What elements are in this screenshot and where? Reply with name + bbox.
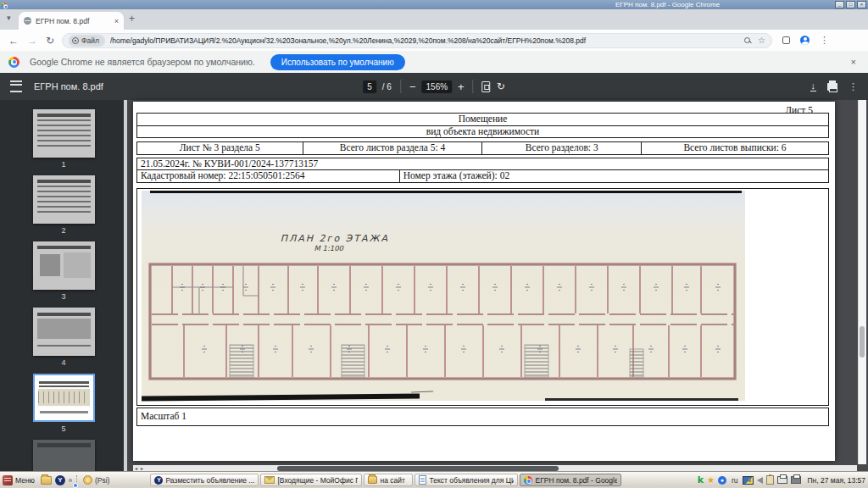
window-titlebar[interactable]: ЕГРН пом. 8.pdf - Google Chrome _ □ × — [0, 0, 868, 9]
psi-applet[interactable]: (Psi) — [83, 475, 109, 485]
fit-page-icon[interactable] — [482, 81, 491, 92]
object-type-value: Помещение — [137, 114, 828, 126]
pdf-menu-icon[interactable] — [10, 80, 22, 92]
browser-menu-icon[interactable]: ⋮ — [820, 35, 829, 46]
volume-tray-icon[interactable] — [757, 477, 763, 484]
thumbnail-page-4[interactable]: 4 — [33, 308, 95, 367]
page-4-preview[interactable] — [33, 308, 95, 356]
file-manager-icon[interactable] — [41, 476, 52, 485]
clock[interactable]: Пн, 27 мая, 13:57 — [807, 476, 865, 485]
page-2-label: 2 — [33, 226, 95, 235]
zoom-level-input[interactable]: 156% — [422, 80, 453, 93]
blue-circle-tray-icon[interactable]: ● — [718, 476, 726, 485]
chrome-logo-icon — [2, 3, 7, 8]
chrome-launcher-active[interactable] — [69, 479, 72, 482]
page-number-input[interactable]: 5 — [363, 80, 376, 93]
floor-plan-title: ПЛАН 2го ЭТАЖА — [142, 233, 528, 244]
pdf-more-menu-icon[interactable]: ⋮ — [849, 81, 858, 92]
keyboard-layout-indicator[interactable]: ru — [732, 476, 738, 485]
omnibox[interactable]: Файл /home/gadylo/ПРИВАТИЗАЦИЯ/2.%20Аукц… — [62, 33, 772, 48]
tab-title: ЕГРН пом. 8.pdf — [36, 17, 111, 25]
photo-shadow-edge — [142, 394, 420, 402]
sheet-meta-table: Лист № 3 раздела 5 Всего листов раздела … — [136, 141, 829, 155]
thumbnail-page-1[interactable]: 1 — [33, 109, 95, 169]
floor-number: Номер этажа (этажей): 02 — [400, 170, 509, 182]
rotate-icon[interactable]: ↻ — [497, 80, 505, 92]
plan-footnote-mark — [411, 387, 433, 393]
page-3-label: 3 — [33, 292, 95, 301]
printer-tray-icon[interactable] — [777, 476, 787, 484]
extensions-icon[interactable] — [782, 36, 790, 44]
pdf-page-5: Лист 5 Помещение вид объекта недвижимост… — [133, 102, 835, 461]
system-tray: k ★ ● ru Пн, 27 мая, 13:57 — [698, 474, 868, 485]
page-5-preview[interactable] — [36, 377, 92, 419]
new-tab-button[interactable]: + — [129, 13, 135, 25]
taskbar-window-yandex-ad[interactable]: Y Разместить объявление ... — [150, 474, 259, 486]
tab-strip: ▾ ЕГРН пом. 8.pdf × + — [0, 9, 868, 30]
pdf-toolbar: ЕГРН пом. 8.pdf 5 / 6 − 156% + ↻ ↓ ⋮ — [0, 73, 868, 100]
set-default-button[interactable]: Использовать по умолчанию — [270, 54, 405, 70]
vertical-scrollbar[interactable] — [858, 100, 866, 464]
zoom-page-icon[interactable] — [744, 37, 750, 43]
zoom-in-button[interactable]: + — [458, 80, 465, 93]
tab-search-chevron-icon[interactable]: ▾ — [7, 14, 11, 22]
cadastral-row: Кадастровый номер: 22:15:050501:2564 Ном… — [136, 169, 829, 183]
taskbar-window-mail[interactable]: [Входящие - МойОфис По... — [260, 474, 362, 486]
minimize-button[interactable]: _ — [835, 1, 844, 8]
print-icon[interactable] — [827, 83, 837, 91]
address-bar: ← → ↻ Файл /home/gadylo/ПРИВАТИЗАЦИЯ/2.%… — [0, 30, 868, 52]
thumbnail-page-2[interactable]: 2 — [33, 175, 95, 235]
page-2-preview[interactable] — [33, 175, 95, 224]
psi-label: (Psi) — [95, 476, 109, 485]
url-text[interactable]: /home/gadylo/ПРИВАТИЗАЦИЯ/2.%20Аукцион/3… — [110, 36, 744, 45]
taskbar-window-folder[interactable]: на сайт — [364, 474, 413, 486]
thumbnail-page-6[interactable] — [33, 440, 95, 472]
download-icon[interactable]: ↓ — [810, 81, 817, 92]
yandex-browser-icon[interactable]: Y — [55, 475, 65, 485]
pdf-viewer: Лист 5 Помещение вид объекта недвижимост… — [127, 100, 868, 472]
printer2-tray-icon[interactable] — [791, 476, 801, 484]
reload-icon[interactable]: ↻ — [46, 35, 54, 47]
bookmark-star-icon[interactable]: ☆ — [758, 36, 765, 45]
vertical-scrollbar-thumb[interactable] — [860, 326, 865, 358]
infobar-close-icon[interactable]: × — [851, 57, 856, 67]
zoom-out-button[interactable]: − — [409, 80, 416, 93]
taskbar-window-text-doc[interactable]: Текст объявления для ЦИ... — [415, 474, 518, 486]
page-1-preview[interactable] — [33, 109, 95, 158]
photo-shadow-edge — [545, 398, 738, 401]
pdf-document-title: ЕГРН пом. 8.pdf — [34, 81, 103, 92]
document-icon — [419, 475, 426, 485]
taskbar: Меню Y (Psi) Y Разместить объявление ...… — [0, 471, 868, 488]
taskbar-window-chrome-active[interactable]: ЕГРН пом. 8.pdf - Google C... — [520, 474, 621, 486]
page-3-preview[interactable] — [33, 241, 95, 290]
tab-egrn-pdf[interactable]: ЕГРН пом. 8.pdf × — [19, 12, 124, 30]
psi-icon — [83, 475, 92, 485]
mail-icon — [264, 476, 275, 484]
page-4-label: 4 — [33, 358, 95, 367]
toolbar-divider — [473, 80, 474, 93]
profile-avatar-icon[interactable] — [800, 36, 810, 45]
default-browser-infobar: Google Chrome не является браузером по у… — [0, 51, 868, 74]
folder-icon — [368, 476, 377, 484]
maximize-button[interactable]: □ — [846, 1, 855, 8]
star-tray-icon[interactable]: ★ — [707, 475, 715, 485]
back-icon[interactable]: ← — [8, 35, 19, 47]
yandex-icon: Y — [154, 476, 163, 485]
pdf-favicon-icon — [24, 17, 31, 25]
thumbnail-page-3[interactable]: 3 — [33, 241, 95, 301]
tab-close-icon[interactable]: × — [114, 17, 119, 25]
page-1-label: 1 — [33, 160, 95, 169]
clipboard-tray-icon[interactable] — [766, 475, 774, 485]
menu-button[interactable]: Меню — [0, 473, 39, 487]
thumbnail-page-5-selected[interactable]: 5 — [33, 374, 95, 433]
k-tray-icon[interactable]: k — [698, 474, 704, 485]
floor-plan-drawing — [148, 262, 738, 382]
file-info-icon — [72, 37, 79, 44]
floor-plan-cell: ПЛАН 2го ЭТАЖА М 1:100 — [136, 188, 829, 406]
page-6-preview[interactable] — [33, 440, 95, 472]
menu-label: Меню — [15, 476, 35, 485]
forward-icon[interactable]: → — [27, 35, 37, 47]
chrome-icon — [8, 57, 19, 68]
close-button[interactable]: × — [857, 1, 866, 8]
floor-plan-scale: М 1:100 — [142, 244, 515, 252]
